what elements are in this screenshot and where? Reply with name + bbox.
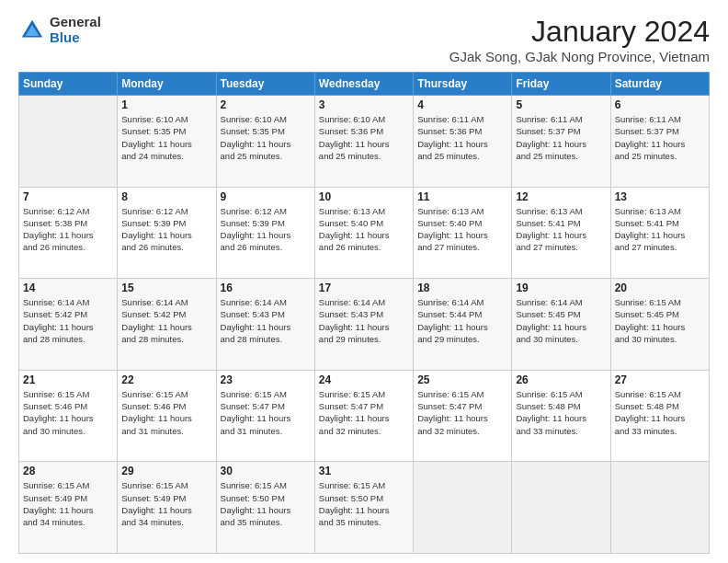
week-row-1: 1Sunrise: 6:10 AMSunset: 5:35 PMDaylight… — [19, 96, 710, 188]
day-info: Sunrise: 6:12 AMSunset: 5:39 PMDaylight:… — [121, 205, 211, 254]
calendar-header: SundayMondayTuesdayWednesdayThursdayFrid… — [19, 73, 710, 96]
logo-general-text: General — [50, 15, 101, 30]
day-number: 3 — [319, 98, 409, 111]
day-info: Sunrise: 6:14 AMSunset: 5:42 PMDaylight:… — [121, 296, 211, 345]
day-info: Sunrise: 6:13 AMSunset: 5:41 PMDaylight:… — [516, 205, 606, 254]
day-info: Sunrise: 6:15 AMSunset: 5:47 PMDaylight:… — [221, 388, 311, 437]
day-info: Sunrise: 6:14 AMSunset: 5:44 PMDaylight:… — [417, 296, 507, 345]
calendar-cell — [19, 96, 118, 188]
calendar-cell: 30Sunrise: 6:15 AMSunset: 5:50 PMDayligh… — [216, 462, 314, 554]
day-number: 15 — [121, 282, 211, 294]
calendar-cell: 11Sunrise: 6:13 AMSunset: 5:40 PMDayligh… — [414, 187, 512, 279]
header-row: SundayMondayTuesdayWednesdayThursdayFrid… — [19, 73, 710, 96]
day-number: 27 — [615, 373, 705, 386]
day-info: Sunrise: 6:12 AMSunset: 5:38 PMDaylight:… — [23, 205, 113, 254]
calendar-cell: 14Sunrise: 6:14 AMSunset: 5:42 PMDayligh… — [19, 279, 118, 371]
day-info: Sunrise: 6:15 AMSunset: 5:50 PMDaylight:… — [319, 479, 409, 528]
day-info: Sunrise: 6:15 AMSunset: 5:46 PMDaylight:… — [121, 388, 211, 437]
day-info: Sunrise: 6:13 AMSunset: 5:40 PMDaylight:… — [417, 205, 507, 254]
calendar-cell: 12Sunrise: 6:13 AMSunset: 5:41 PMDayligh… — [512, 187, 610, 279]
day-info: Sunrise: 6:15 AMSunset: 5:45 PMDaylight:… — [615, 296, 705, 345]
day-number: 18 — [417, 282, 507, 294]
day-info: Sunrise: 6:15 AMSunset: 5:47 PMDaylight:… — [417, 388, 507, 437]
day-header-tuesday: Tuesday — [216, 73, 314, 96]
logo-blue-text: Blue — [50, 30, 101, 46]
calendar-cell: 7Sunrise: 6:12 AMSunset: 5:38 PMDaylight… — [19, 187, 118, 279]
page: General Blue January 2024 GJak Song, GJa… — [0, 0, 728, 563]
calendar-cell: 4Sunrise: 6:11 AMSunset: 5:36 PMDaylight… — [414, 96, 512, 188]
day-number: 6 — [615, 98, 705, 111]
calendar-cell: 1Sunrise: 6:10 AMSunset: 5:35 PMDaylight… — [118, 96, 216, 188]
calendar-cell: 27Sunrise: 6:15 AMSunset: 5:48 PMDayligh… — [610, 370, 709, 462]
day-number: 23 — [221, 373, 311, 386]
calendar-cell: 23Sunrise: 6:15 AMSunset: 5:47 PMDayligh… — [216, 370, 314, 462]
calendar-cell: 28Sunrise: 6:15 AMSunset: 5:49 PMDayligh… — [19, 462, 118, 554]
calendar-cell: 10Sunrise: 6:13 AMSunset: 5:40 PMDayligh… — [314, 187, 413, 279]
calendar-cell: 6Sunrise: 6:11 AMSunset: 5:37 PMDaylight… — [610, 96, 709, 188]
calendar-cell: 15Sunrise: 6:14 AMSunset: 5:42 PMDayligh… — [118, 279, 216, 371]
calendar-cell: 20Sunrise: 6:15 AMSunset: 5:45 PMDayligh… — [610, 279, 709, 371]
day-number: 14 — [23, 282, 113, 294]
calendar-cell: 9Sunrise: 6:12 AMSunset: 5:39 PMDaylight… — [216, 187, 314, 279]
day-number: 10 — [319, 190, 409, 203]
day-number: 28 — [23, 465, 113, 477]
day-number: 17 — [319, 282, 409, 294]
location: GJak Song, GJak Nong Province, Vietnam — [449, 49, 710, 64]
calendar-cell: 19Sunrise: 6:14 AMSunset: 5:45 PMDayligh… — [512, 279, 610, 371]
day-info: Sunrise: 6:14 AMSunset: 5:43 PMDaylight:… — [319, 296, 409, 345]
calendar-cell: 2Sunrise: 6:10 AMSunset: 5:35 PMDaylight… — [216, 96, 314, 188]
day-number: 12 — [516, 190, 606, 203]
day-info: Sunrise: 6:10 AMSunset: 5:35 PMDaylight:… — [221, 113, 311, 162]
day-info: Sunrise: 6:10 AMSunset: 5:36 PMDaylight:… — [319, 113, 409, 162]
day-info: Sunrise: 6:10 AMSunset: 5:35 PMDaylight:… — [121, 113, 211, 162]
day-header-thursday: Thursday — [414, 73, 512, 96]
logo-text: General Blue — [50, 15, 101, 45]
day-number: 9 — [221, 190, 311, 203]
day-info: Sunrise: 6:11 AMSunset: 5:36 PMDaylight:… — [417, 113, 507, 162]
week-row-4: 21Sunrise: 6:15 AMSunset: 5:46 PMDayligh… — [19, 370, 710, 462]
month-title: January 2024 — [449, 15, 710, 49]
calendar-cell: 22Sunrise: 6:15 AMSunset: 5:46 PMDayligh… — [118, 370, 216, 462]
day-number: 30 — [221, 465, 311, 477]
day-header-monday: Monday — [118, 73, 216, 96]
calendar-cell: 8Sunrise: 6:12 AMSunset: 5:39 PMDaylight… — [118, 187, 216, 279]
day-number: 31 — [319, 465, 409, 477]
calendar-cell: 18Sunrise: 6:14 AMSunset: 5:44 PMDayligh… — [414, 279, 512, 371]
calendar-cell: 5Sunrise: 6:11 AMSunset: 5:37 PMDaylight… — [512, 96, 610, 188]
day-number: 25 — [417, 373, 507, 386]
day-number: 22 — [121, 373, 211, 386]
calendar-cell: 26Sunrise: 6:15 AMSunset: 5:48 PMDayligh… — [512, 370, 610, 462]
week-row-5: 28Sunrise: 6:15 AMSunset: 5:49 PMDayligh… — [19, 462, 710, 554]
calendar-cell: 29Sunrise: 6:15 AMSunset: 5:49 PMDayligh… — [118, 462, 216, 554]
day-info: Sunrise: 6:14 AMSunset: 5:43 PMDaylight:… — [221, 296, 311, 345]
day-header-sunday: Sunday — [19, 73, 118, 96]
day-info: Sunrise: 6:15 AMSunset: 5:49 PMDaylight:… — [23, 479, 113, 528]
day-info: Sunrise: 6:14 AMSunset: 5:45 PMDaylight:… — [516, 296, 606, 345]
day-number: 20 — [615, 282, 705, 294]
week-row-2: 7Sunrise: 6:12 AMSunset: 5:38 PMDaylight… — [19, 187, 710, 279]
day-number: 19 — [516, 282, 606, 294]
calendar-cell: 21Sunrise: 6:15 AMSunset: 5:46 PMDayligh… — [19, 370, 118, 462]
week-row-3: 14Sunrise: 6:14 AMSunset: 5:42 PMDayligh… — [19, 279, 710, 371]
day-number: 1 — [121, 98, 211, 111]
day-number: 13 — [615, 190, 705, 203]
calendar-cell: 25Sunrise: 6:15 AMSunset: 5:47 PMDayligh… — [414, 370, 512, 462]
day-info: Sunrise: 6:14 AMSunset: 5:42 PMDaylight:… — [23, 296, 113, 345]
day-header-saturday: Saturday — [610, 73, 709, 96]
header: General Blue January 2024 GJak Song, GJa… — [18, 15, 710, 64]
title-block: January 2024 GJak Song, GJak Nong Provin… — [449, 15, 710, 64]
logo: General Blue — [18, 15, 101, 45]
day-info: Sunrise: 6:15 AMSunset: 5:48 PMDaylight:… — [516, 388, 606, 437]
calendar-cell — [512, 462, 610, 554]
calendar-cell: 17Sunrise: 6:14 AMSunset: 5:43 PMDayligh… — [314, 279, 413, 371]
calendar-cell — [610, 462, 709, 554]
day-number: 5 — [516, 98, 606, 111]
day-info: Sunrise: 6:11 AMSunset: 5:37 PMDaylight:… — [615, 113, 705, 162]
calendar-cell: 24Sunrise: 6:15 AMSunset: 5:47 PMDayligh… — [314, 370, 413, 462]
day-info: Sunrise: 6:15 AMSunset: 5:47 PMDaylight:… — [319, 388, 409, 437]
day-number: 11 — [417, 190, 507, 203]
calendar-table: SundayMondayTuesdayWednesdayThursdayFrid… — [18, 72, 710, 554]
day-info: Sunrise: 6:15 AMSunset: 5:50 PMDaylight:… — [221, 479, 311, 528]
day-number: 4 — [417, 98, 507, 111]
day-number: 29 — [121, 465, 211, 477]
